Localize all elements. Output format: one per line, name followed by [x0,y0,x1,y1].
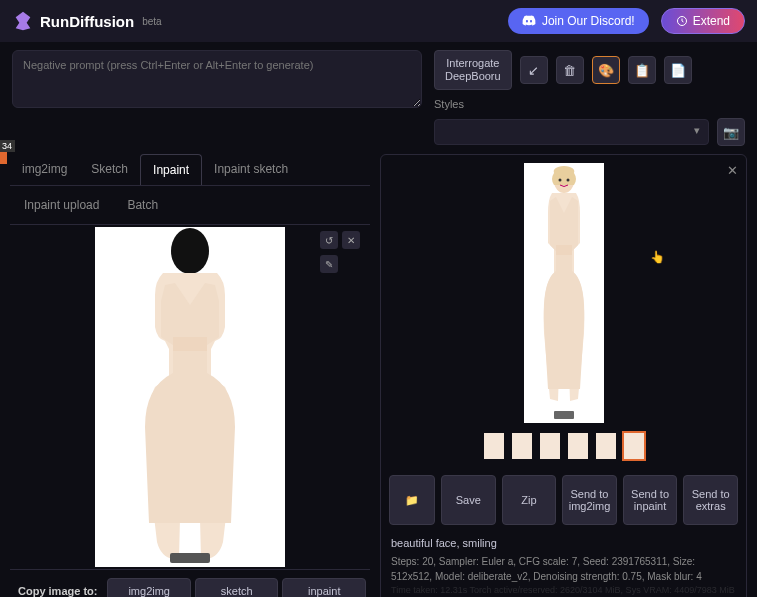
generation-info: beautiful face, smiling Steps: 20, Sampl… [389,531,738,597]
left-pane: img2img Sketch Inpaint Inpaint sketch In… [10,154,370,597]
discord-icon [522,14,536,28]
copy-to-inpaint-button[interactable]: inpaint [282,578,366,597]
thumbnail[interactable] [540,433,560,459]
send-to-extras-button[interactable]: Send to extras [683,475,738,525]
folder-icon: 📁 [405,494,419,507]
clipboard-icon[interactable]: 📋 [628,56,656,84]
logo-text: RunDiffusion [40,13,134,30]
thumbnail[interactable] [568,433,588,459]
apply-styles-icon[interactable]: 📷 [717,118,745,146]
output-thumbnails [389,423,738,469]
subtab-inpaint-upload[interactable]: Inpaint upload [10,192,113,218]
logo: RunDiffusion beta [12,10,162,32]
thumbnail[interactable] [596,433,616,459]
output-image[interactable] [524,163,604,423]
tab-img2img[interactable]: img2img [10,154,79,185]
undo-icon[interactable]: ↺ [320,231,338,249]
send-to-inpaint-button[interactable]: Send to inpaint [623,475,678,525]
svg-rect-3 [173,337,207,351]
edge-badge: 34 [0,140,15,164]
app-header: RunDiffusion beta Join Our Discord! Exte… [0,0,757,42]
gen-params: Steps: 20, Sampler: Euler a, CFG scale: … [391,554,736,584]
logo-icon [12,10,34,32]
palette-icon[interactable]: 🎨 [592,56,620,84]
canvas-image[interactable] [95,227,285,567]
send-to-img2img-button[interactable]: Send to img2img [562,475,617,525]
save-button[interactable]: Save [441,475,496,525]
svg-point-2 [171,228,209,274]
negative-prompt-input[interactable] [12,50,422,108]
inpaint-canvas[interactable]: ↺ ✕ ✎ [10,224,370,569]
gen-timing: Time taken: 12.31s Torch active/reserved… [391,584,736,597]
extend-button[interactable]: Extend [661,8,745,34]
mode-tabs: img2img Sketch Inpaint Inpaint sketch [10,154,370,186]
tab-inpaint[interactable]: Inpaint [140,154,202,185]
thumbnail[interactable] [624,433,644,459]
file-icon[interactable]: 📄 [664,56,692,84]
beta-label: beta [142,16,161,27]
svg-point-9 [566,179,569,182]
zip-button[interactable]: Zip [502,475,557,525]
trash-icon[interactable]: 🗑 [556,56,584,84]
copy-to-img2img-button[interactable]: img2img [107,578,191,597]
styles-label: Styles [434,98,464,110]
svg-rect-4 [170,553,210,563]
copy-to-sketch-button[interactable]: sketch [195,578,279,597]
thumbnail[interactable] [484,433,504,459]
tab-sketch[interactable]: Sketch [79,154,140,185]
svg-rect-7 [556,245,572,255]
styles-select[interactable] [434,119,709,145]
discord-button[interactable]: Join Our Discord! [508,8,649,34]
open-folder-button[interactable]: 📁 [389,475,435,525]
svg-point-8 [558,179,561,182]
tab-inpaint-sketch[interactable]: Inpaint sketch [202,154,300,185]
thumbnail[interactable] [512,433,532,459]
interrogate-deepbooru-button[interactable]: Interrogate DeepBooru [434,50,512,90]
copy-image-label: Copy image to: [14,585,101,597]
output-pane: ✕ 📁 Save Z [380,154,747,597]
brush-icon[interactable]: ✎ [320,255,338,273]
close-icon[interactable]: ✕ [727,163,738,178]
clear-icon[interactable]: ✕ [342,231,360,249]
expand-icon[interactable]: ↙ [520,56,548,84]
clock-icon [676,15,688,27]
subtab-batch[interactable]: Batch [113,192,172,218]
prompt-text: beautiful face, smiling [391,535,736,552]
svg-rect-10 [554,411,574,419]
